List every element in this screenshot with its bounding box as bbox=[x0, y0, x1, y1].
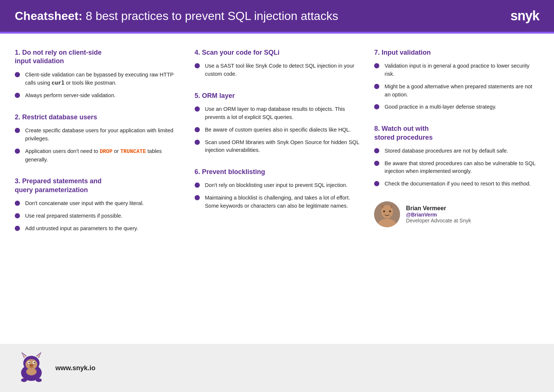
author-avatar bbox=[374, 201, 400, 227]
bullet-text: Add untrusted input as parameters to the… bbox=[25, 225, 180, 233]
bullet-dot bbox=[374, 104, 379, 109]
bullet-item: Might be a good alternative when prepare… bbox=[374, 83, 539, 99]
section-6-bullets: Don't rely on blocklisting user input to… bbox=[195, 181, 360, 210]
bullet-text: Use real prepared statements if possible… bbox=[25, 212, 180, 220]
section-2-title: 2. Restrict database users bbox=[15, 113, 180, 122]
bullet-dot bbox=[15, 93, 20, 98]
section-6: 6. Prevent blocklisting Don't rely on bl… bbox=[195, 168, 360, 210]
section-3-bullets: Don't concatenate user input with the qu… bbox=[15, 200, 180, 232]
section-2: 2. Restrict database users Create specif… bbox=[15, 113, 180, 164]
svg-point-22 bbox=[21, 378, 27, 382]
bullet-item: Be aware of custom queries also in speci… bbox=[195, 126, 360, 134]
footer-logo-area: www.snyk.io bbox=[15, 351, 95, 385]
bullet-item: Create specific database users for your … bbox=[15, 127, 180, 143]
section-7-bullets: Validation input is in general a good pr… bbox=[374, 62, 539, 111]
bullet-text: Don't rely on blocklisting user input to… bbox=[205, 181, 360, 190]
bullet-text: Always perform server-side validation. bbox=[25, 92, 180, 100]
header-title-rest: 8 best practices to prevent SQL injectio… bbox=[82, 9, 338, 23]
bullet-text: Client-side validation can be bypassed b… bbox=[25, 71, 180, 88]
column-1: 1. Do not rely on client-sideinput valid… bbox=[15, 48, 187, 337]
bullet-text: Create specific database users for your … bbox=[25, 127, 180, 143]
avatar-image bbox=[374, 201, 400, 227]
column-2: 4. Scan your code for SQLi Use a SAST to… bbox=[187, 48, 367, 337]
bullet-item: Always perform server-side validation. bbox=[15, 92, 180, 100]
author-info: Brian Vermeer @BrianVerm Developer Advoc… bbox=[406, 205, 471, 224]
section-4: 4. Scan your code for SQLi Use a SAST to… bbox=[195, 48, 360, 78]
bullet-dot bbox=[195, 195, 200, 200]
bullet-text: Use a SAST tool like Snyk Code to detect… bbox=[205, 62, 360, 78]
section-1-title: 1. Do not rely on client-sideinput valid… bbox=[15, 48, 180, 66]
section-3: 3. Prepared statements andquery paramete… bbox=[15, 177, 180, 232]
column-3: 7. Input validation Validation input is … bbox=[367, 48, 539, 337]
header: Cheatsheet: 8 best practices to prevent … bbox=[0, 0, 554, 32]
main-content: 1. Do not rely on client-sideinput valid… bbox=[0, 34, 554, 344]
bullet-item: Use real prepared statements if possible… bbox=[15, 212, 180, 220]
bullet-text: Stored database procedures are not by de… bbox=[384, 147, 539, 155]
section-4-bullets: Use a SAST tool like Snyk Code to detect… bbox=[195, 62, 360, 78]
bullet-text: Might be a good alternative when prepare… bbox=[384, 83, 539, 99]
bullet-item: Good practice in a multi-layer defense s… bbox=[374, 103, 539, 111]
bullet-dot bbox=[374, 148, 379, 153]
section-4-title: 4. Scan your code for SQLi bbox=[195, 48, 360, 57]
bullet-item: Check the documentation if you need to r… bbox=[374, 180, 539, 188]
bullet-item: Don't concatenate user input with the qu… bbox=[15, 200, 180, 208]
section-5: 5. ORM layer Use an ORM layer to map dat… bbox=[195, 92, 360, 154]
svg-rect-5 bbox=[382, 205, 383, 208]
bullet-item: Stored database procedures are not by de… bbox=[374, 147, 539, 155]
drop-highlight: DROP bbox=[100, 149, 113, 154]
bullet-dot bbox=[195, 127, 200, 132]
bullet-item: Client-side validation can be bypassed b… bbox=[15, 71, 180, 88]
bullet-dot bbox=[374, 63, 379, 68]
svg-point-4 bbox=[389, 210, 391, 212]
bullet-text: Don't concatenate user input with the qu… bbox=[25, 200, 180, 208]
bullet-text: Maintaining a blocklist is challenging, … bbox=[205, 194, 360, 210]
section-8-bullets: Stored database procedures are not by de… bbox=[374, 147, 539, 188]
truncate-highlight: TRUNCATE bbox=[120, 149, 146, 154]
svg-point-21 bbox=[26, 368, 37, 375]
bullet-dot bbox=[15, 213, 20, 218]
bullet-text: Validation input is in general a good pr… bbox=[384, 62, 539, 78]
snyk-logo: snyk bbox=[510, 8, 539, 24]
bullet-dot bbox=[374, 84, 379, 89]
bullet-item: Don't rely on blocklisting user input to… bbox=[195, 181, 360, 190]
section-5-title: 5. ORM layer bbox=[195, 92, 360, 100]
bullet-item: Scan used ORM libraries with Snyk Open S… bbox=[195, 139, 360, 155]
bullet-item: Maintaining a blocklist is challenging, … bbox=[195, 194, 360, 210]
section-1-bullets: Client-side validation can be bypassed b… bbox=[15, 71, 180, 100]
author-section: Brian Vermeer @BrianVerm Developer Advoc… bbox=[374, 201, 539, 227]
section-2-bullets: Create specific database users for your … bbox=[15, 127, 180, 164]
svg-point-20 bbox=[30, 364, 33, 367]
bullet-text: Be aware of custom queries also in speci… bbox=[205, 126, 360, 134]
section-1: 1. Do not rely on client-sideinput valid… bbox=[15, 48, 180, 100]
svg-point-23 bbox=[36, 378, 42, 382]
svg-point-18 bbox=[29, 362, 30, 362]
bullet-dot bbox=[15, 201, 20, 206]
bullet-item: Validation input is in general a good pr… bbox=[374, 62, 539, 78]
bullet-dot bbox=[374, 181, 379, 186]
header-title: Cheatsheet: 8 best practices to prevent … bbox=[15, 9, 338, 23]
bullet-dot bbox=[195, 183, 200, 188]
bullet-dot bbox=[374, 161, 379, 166]
section-6-title: 6. Prevent blocklisting bbox=[195, 168, 360, 176]
svg-rect-6 bbox=[391, 205, 393, 208]
page: Cheatsheet: 8 best practices to prevent … bbox=[0, 0, 554, 392]
bullet-text: Use an ORM layer to map database results… bbox=[205, 105, 360, 122]
section-7-title: 7. Input validation bbox=[374, 48, 539, 57]
author-role: Developer Advocate at Snyk bbox=[406, 218, 471, 224]
bullet-item: Use an ORM layer to map database results… bbox=[195, 105, 360, 122]
bullet-item: Add untrusted input as parameters to the… bbox=[15, 225, 180, 233]
section-5-bullets: Use an ORM layer to map database results… bbox=[195, 105, 360, 154]
bullet-item: Use a SAST tool like Snyk Code to detect… bbox=[195, 62, 360, 78]
bullet-item: Be aware that stored procedures can also… bbox=[374, 160, 539, 176]
bullet-dot bbox=[15, 149, 20, 154]
bullet-dot bbox=[15, 226, 20, 231]
section-7: 7. Input validation Validation input is … bbox=[374, 48, 539, 111]
section-3-title: 3. Prepared statements andquery paramete… bbox=[15, 177, 180, 194]
svg-point-19 bbox=[34, 362, 35, 362]
bullet-dot bbox=[15, 72, 20, 77]
bullet-text: Check the documentation if you need to r… bbox=[384, 180, 539, 188]
footer-url: www.snyk.io bbox=[55, 364, 95, 372]
svg-point-3 bbox=[383, 210, 385, 212]
bullet-dot bbox=[195, 106, 200, 112]
section-8-title: 8. Watch out withstored procedures bbox=[374, 125, 539, 142]
